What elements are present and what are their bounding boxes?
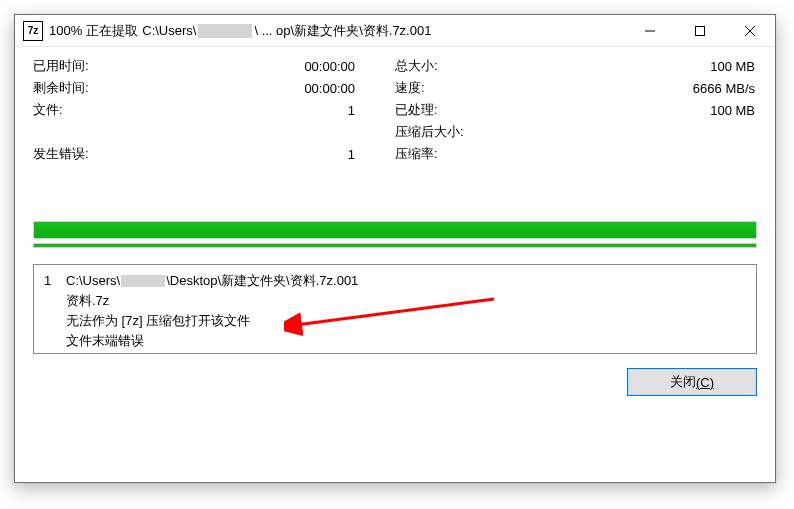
stat-row-elapsed: 已用时间: 00:00:00 <box>33 55 395 77</box>
close-button[interactable]: 关闭(C) <box>627 368 757 396</box>
error-line-msg1: 无法作为 [7z] 压缩包打开该文件 <box>44 311 746 331</box>
svg-rect-1 <box>696 27 705 36</box>
errors-label: 发生错误: <box>33 145 143 163</box>
error-line-msg2: 文件末端错误 <box>44 331 746 351</box>
stat-row-ratio: 压缩率: <box>395 143 757 165</box>
files-value: 1 <box>143 103 395 118</box>
error-line-archive: 资料.7z <box>44 291 746 311</box>
maximize-button[interactable] <box>675 15 725 47</box>
packed-label: 压缩后大小: <box>395 123 545 141</box>
close-button-accel: (C) <box>696 375 714 390</box>
error-path-prefix: C:\Users\ <box>66 273 120 288</box>
stat-row-total: 总大小: 100 MB <box>395 55 757 77</box>
minimize-button[interactable] <box>625 15 675 47</box>
progress-fill-sub <box>34 244 756 247</box>
title-redacted-user <box>198 24 252 38</box>
error-listbox[interactable]: 1C:\Users\\Desktop\新建文件夹\资料.7z.001 资料.7z… <box>33 264 757 354</box>
progress-bar-main <box>33 221 757 239</box>
button-row: 关闭(C) <box>33 368 757 396</box>
stat-row-processed: 已处理: 100 MB <box>395 99 757 121</box>
progress-area <box>33 221 757 248</box>
speed-value: 6666 MB/s <box>545 81 757 96</box>
stat-row-files: 文件: 1 <box>33 99 395 121</box>
error-path-suffix: \Desktop\新建文件夹\资料.7z.001 <box>166 273 358 288</box>
errors-value: 1 <box>143 147 395 162</box>
close-window-button[interactable] <box>725 15 775 47</box>
speed-label: 速度: <box>395 79 545 97</box>
stat-row-spacer <box>33 121 395 143</box>
processed-value: 100 MB <box>545 103 757 118</box>
titlebar: 7z 100% 正在提取 C:\Users\ \ ... op\新建文件夹\资料… <box>15 15 775 47</box>
app-icon-7z: 7z <box>23 21 43 41</box>
remaining-label: 剩余时间: <box>33 79 143 97</box>
remaining-value: 00:00:00 <box>143 81 395 96</box>
title-path-prefix: C:\Users\ <box>142 23 196 38</box>
close-button-label: 关闭 <box>670 373 696 391</box>
title-percent: 100% <box>49 23 82 38</box>
elapsed-label: 已用时间: <box>33 57 143 75</box>
stats-left-col: 已用时间: 00:00:00 剩余时间: 00:00:00 文件: 1 发生错误… <box>33 55 395 165</box>
window-controls <box>625 15 775 47</box>
stat-row-speed: 速度: 6666 MB/s <box>395 77 757 99</box>
title-path-suffix: \ ... op\新建文件夹\资料.7z.001 <box>254 22 431 40</box>
stat-row-remaining: 剩余时间: 00:00:00 <box>33 77 395 99</box>
stat-row-errors: 发生错误: 1 <box>33 143 395 165</box>
elapsed-value: 00:00:00 <box>143 59 395 74</box>
dialog-window: 7z 100% 正在提取 C:\Users\ \ ... op\新建文件夹\资料… <box>14 14 776 483</box>
stat-row-packed: 压缩后大小: <box>395 121 757 143</box>
stats-grid: 已用时间: 00:00:00 剩余时间: 00:00:00 文件: 1 发生错误… <box>33 55 757 165</box>
error-index: 1 <box>44 271 66 291</box>
total-value: 100 MB <box>545 59 757 74</box>
error-path-redacted <box>121 275 165 287</box>
files-label: 文件: <box>33 101 143 119</box>
total-label: 总大小: <box>395 57 545 75</box>
progress-bar-sub <box>33 243 757 248</box>
ratio-label: 压缩率: <box>395 145 545 163</box>
progress-fill-main <box>34 222 756 238</box>
stats-right-col: 总大小: 100 MB 速度: 6666 MB/s 已处理: 100 MB 压缩… <box>395 55 757 165</box>
error-line-path: 1C:\Users\\Desktop\新建文件夹\资料.7z.001 <box>44 271 746 291</box>
processed-label: 已处理: <box>395 101 545 119</box>
title-action: 正在提取 <box>86 22 138 40</box>
dialog-body: 已用时间: 00:00:00 剩余时间: 00:00:00 文件: 1 发生错误… <box>15 47 775 410</box>
